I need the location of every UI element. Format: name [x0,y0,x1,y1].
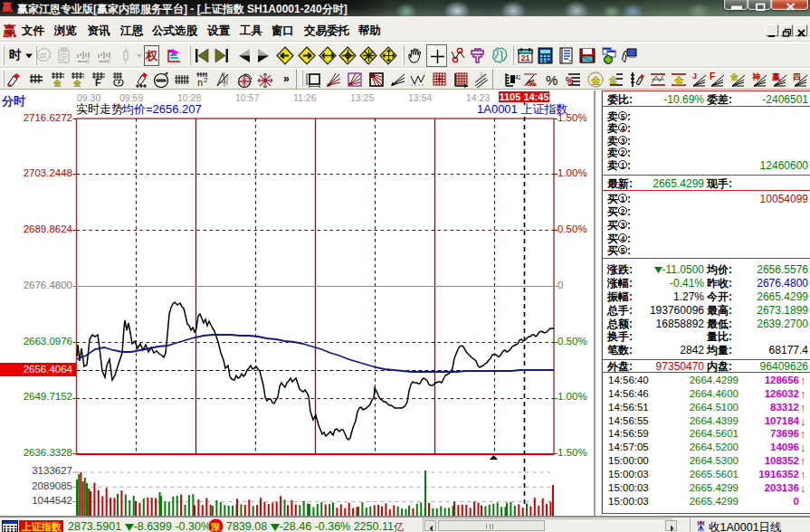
svg-text:金: 金 [52,79,62,88]
svg-text:%: % [546,72,557,88]
svg-text:42: 42 [515,74,520,81]
svg-text:21: 21 [521,53,530,62]
svg-text:金: 金 [673,75,685,86]
svg-text:神: 神 [751,72,760,81]
svg-text:2: 2 [204,76,208,84]
svg-text:金: 金 [729,72,739,81]
svg-text:J: J [692,71,697,81]
svg-text:四: 四 [793,72,801,81]
svg-text:%: % [566,76,574,86]
svg-text:金: 金 [72,79,82,88]
svg-text:3: 3 [86,58,90,64]
svg-text:F: F [710,71,715,81]
svg-text:9: 9 [107,58,110,64]
svg-text:金: 金 [590,75,602,86]
svg-text:F: F [95,77,101,88]
svg-text:深: 深 [210,522,220,532]
svg-text:赢: 赢 [771,72,780,81]
svg-text:金: 金 [608,75,618,85]
svg-text:%: % [529,79,536,88]
svg-text:n: n [197,77,203,88]
